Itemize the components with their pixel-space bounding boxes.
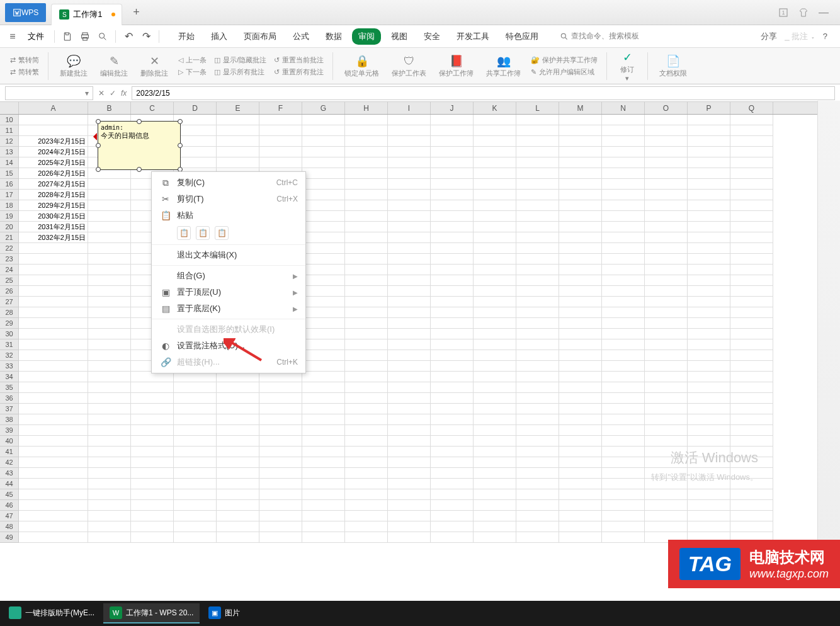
cell-C42[interactable] xyxy=(131,457,174,468)
cell-H22[interactable] xyxy=(345,243,388,254)
cell-P19[interactable] xyxy=(688,211,730,222)
cell-Q15[interactable] xyxy=(730,168,773,179)
cell-J27[interactable] xyxy=(431,297,474,307)
cell-N42[interactable] xyxy=(602,457,645,468)
cell-B28[interactable] xyxy=(88,307,131,318)
cell-G45[interactable] xyxy=(302,489,345,500)
cell-I39[interactable] xyxy=(388,425,431,436)
cell-L14[interactable] xyxy=(516,157,559,168)
cell-K19[interactable] xyxy=(474,211,516,222)
cell-J25[interactable] xyxy=(431,275,474,286)
cell-I49[interactable] xyxy=(388,532,431,543)
cell-B19[interactable] xyxy=(88,211,131,222)
side-panel[interactable] xyxy=(817,101,840,576)
cell-B26[interactable] xyxy=(88,286,131,297)
cell-H10[interactable] xyxy=(345,115,388,125)
cell-C49[interactable] xyxy=(131,532,174,543)
col-header-J[interactable]: J xyxy=(431,102,474,114)
cell-G19[interactable] xyxy=(302,211,345,222)
row-header-34[interactable]: 34 xyxy=(0,372,19,382)
cell-E12[interactable] xyxy=(217,136,259,147)
cell-B20[interactable] xyxy=(88,222,131,232)
cell-K44[interactable] xyxy=(474,479,516,489)
cell-J42[interactable] xyxy=(431,457,474,468)
cell-H21[interactable] xyxy=(345,232,388,243)
cell-B33[interactable] xyxy=(88,361,131,372)
cell-B16[interactable] xyxy=(88,179,131,190)
row-header-18[interactable]: 18 xyxy=(0,200,19,211)
cell-C37[interactable] xyxy=(131,404,174,414)
cell-H26[interactable] xyxy=(345,286,388,297)
ctx-group[interactable]: 组合(G) ▶ xyxy=(152,268,305,284)
show-hide-comment[interactable]: ◫显示/隐藏批注 xyxy=(212,55,269,65)
cell-K24[interactable] xyxy=(474,265,516,275)
cell-M21[interactable] xyxy=(559,232,602,243)
cell-G35[interactable] xyxy=(302,382,345,393)
cell-C48[interactable] xyxy=(131,521,174,532)
row-header-36[interactable]: 36 xyxy=(0,393,19,404)
cell-M37[interactable] xyxy=(559,404,602,414)
cell-K47[interactable] xyxy=(474,511,516,521)
cell-L34[interactable] xyxy=(516,372,559,382)
col-header-L[interactable]: L xyxy=(516,102,559,114)
cell-A24[interactable] xyxy=(19,265,88,275)
cell-L19[interactable] xyxy=(516,211,559,222)
cell-H44[interactable] xyxy=(345,479,388,489)
cell-N13[interactable] xyxy=(602,147,645,157)
col-header-Q[interactable]: Q xyxy=(730,102,773,114)
cell-J12[interactable] xyxy=(431,136,474,147)
cell-A34[interactable] xyxy=(19,372,88,382)
cell-M20[interactable] xyxy=(559,222,602,232)
cell-I17[interactable] xyxy=(388,190,431,200)
cell-K39[interactable] xyxy=(474,425,516,436)
cell-I31[interactable] xyxy=(388,339,431,350)
cell-G43[interactable] xyxy=(302,468,345,479)
resize-handle[interactable] xyxy=(137,119,142,124)
cell-J45[interactable] xyxy=(431,489,474,500)
cell-J40[interactable] xyxy=(431,436,474,447)
cell-O21[interactable] xyxy=(645,232,688,243)
cell-I20[interactable] xyxy=(388,222,431,232)
col-header-I[interactable]: I xyxy=(388,102,431,114)
cell-H35[interactable] xyxy=(345,382,388,393)
col-header-H[interactable]: H xyxy=(345,102,388,114)
cell-A29[interactable] xyxy=(19,318,88,329)
cell-G47[interactable] xyxy=(302,511,345,521)
cell-D36[interactable] xyxy=(174,393,217,404)
cell-H33[interactable] xyxy=(345,361,388,372)
cell-A41[interactable] xyxy=(19,447,88,457)
cell-I24[interactable] xyxy=(388,265,431,275)
fx-cancel-icon[interactable]: ✕ xyxy=(98,89,105,98)
cell-L29[interactable] xyxy=(516,318,559,329)
cell-Q40[interactable] xyxy=(730,436,773,447)
cell-K11[interactable] xyxy=(474,125,516,136)
cell-N21[interactable] xyxy=(602,232,645,243)
cell-G17[interactable] xyxy=(302,190,345,200)
cell-I34[interactable] xyxy=(388,372,431,382)
cell-F10[interactable] xyxy=(259,115,302,125)
cell-G13[interactable] xyxy=(302,147,345,157)
cell-E45[interactable] xyxy=(217,489,259,500)
cell-K41[interactable] xyxy=(474,447,516,457)
cell-Q22[interactable] xyxy=(730,243,773,254)
cell-Q16[interactable] xyxy=(730,179,773,190)
cell-P23[interactable] xyxy=(688,254,730,265)
cell-N22[interactable] xyxy=(602,243,645,254)
cell-M12[interactable] xyxy=(559,136,602,147)
cell-N40[interactable] xyxy=(602,436,645,447)
cell-L15[interactable] xyxy=(516,168,559,179)
cell-M27[interactable] xyxy=(559,297,602,307)
cell-H32[interactable] xyxy=(345,350,388,361)
cell-N45[interactable] xyxy=(602,489,645,500)
cell-D45[interactable] xyxy=(174,489,217,500)
cell-A15[interactable]: 2026年2月15日 xyxy=(19,168,88,179)
cell-Q23[interactable] xyxy=(730,254,773,265)
cell-H47[interactable] xyxy=(345,511,388,521)
cell-H12[interactable] xyxy=(345,136,388,147)
show-all-comments[interactable]: ◫显示所有批注 xyxy=(212,67,269,77)
col-header-O[interactable]: O xyxy=(645,102,688,114)
cell-Q45[interactable] xyxy=(730,489,773,500)
add-tab-button[interactable]: + xyxy=(127,3,146,22)
cell-M35[interactable] xyxy=(559,382,602,393)
cell-K31[interactable] xyxy=(474,339,516,350)
